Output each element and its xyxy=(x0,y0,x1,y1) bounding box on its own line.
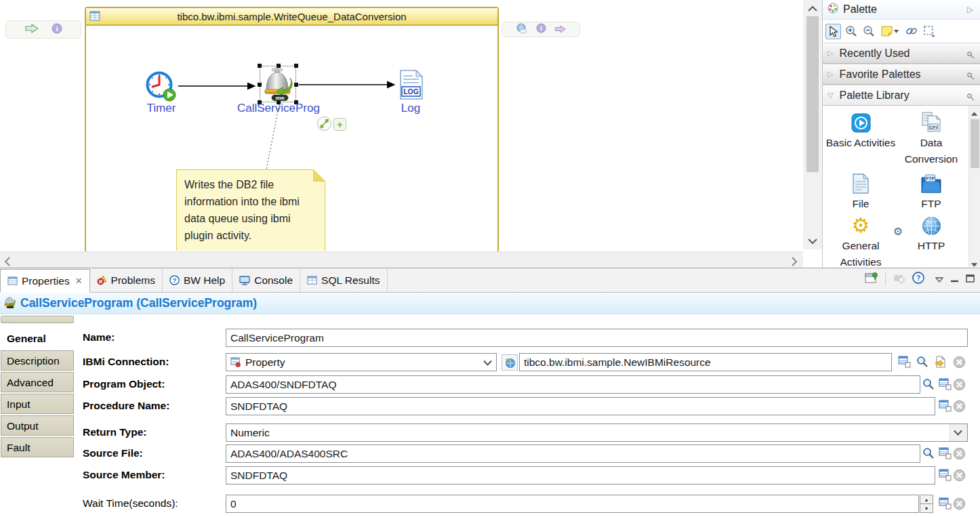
link-tool[interactable] xyxy=(903,24,919,39)
tab-problems[interactable]: Problems xyxy=(90,268,163,292)
palette-scrollbar[interactable] xyxy=(968,106,980,267)
process-frame[interactable]: tibco.bw.ibmi.sample.WriteQueue_DataConv… xyxy=(85,7,499,252)
zoom-in-tool[interactable] xyxy=(843,24,859,39)
palette-header[interactable]: Palette ▷ xyxy=(823,0,980,20)
palette-item-general-activities[interactable]: ⚙ ⚙ General Activities xyxy=(825,213,896,267)
module-property-icon[interactable] xyxy=(938,468,952,482)
chevron-down-icon[interactable] xyxy=(949,424,967,441)
clear-icon[interactable] xyxy=(952,497,966,510)
spinner-up-icon[interactable]: ▲ xyxy=(920,495,933,504)
timer-activity-label[interactable]: Timer xyxy=(140,102,182,115)
canvas-vertical-scrollbar[interactable] xyxy=(803,0,822,249)
new-shared-resource-icon[interactable] xyxy=(502,354,518,371)
scroll-down-icon[interactable] xyxy=(808,236,817,246)
side-tab-description[interactable]: Description xyxy=(1,350,74,371)
canvas-horizontal-scrollbar[interactable] xyxy=(0,251,803,268)
process-editor-canvas[interactable]: i i tibco.bw.ibmi.sample.WriteQueue_Data… xyxy=(0,0,822,268)
search-icon[interactable] xyxy=(916,355,929,369)
palette-section-recently-used[interactable]: ▷ Recently Used xyxy=(823,43,980,64)
scroll-up-icon[interactable] xyxy=(808,3,817,13)
clear-icon[interactable] xyxy=(952,377,966,391)
open-new-view-icon[interactable] xyxy=(865,272,878,287)
info-icon[interactable]: i xyxy=(536,23,546,36)
side-tab-output[interactable]: Output xyxy=(1,415,74,436)
tab-sql-results[interactable]: SQL Results xyxy=(300,268,387,292)
scroll-right-icon[interactable] xyxy=(792,257,798,268)
close-tab-icon[interactable]: ✕ xyxy=(75,276,83,286)
tab-bw-help[interactable]: ? BW Help xyxy=(163,268,232,292)
palette-item-http[interactable]: HTTP xyxy=(896,213,966,254)
module-property-icon[interactable] xyxy=(897,355,911,369)
wait-time-input[interactable] xyxy=(226,495,919,513)
scroll-left-icon[interactable] xyxy=(4,257,10,268)
side-tab-general[interactable]: General xyxy=(1,328,74,348)
log-activity-label[interactable]: Log xyxy=(390,102,432,115)
tab-properties[interactable]: Properties ✕ xyxy=(0,269,90,293)
pin-icon[interactable] xyxy=(966,91,975,104)
process-diagram[interactable]: Timer xyxy=(86,26,497,251)
clear-icon[interactable] xyxy=(952,355,966,369)
end-arrow-icon[interactable] xyxy=(554,24,567,36)
view-menu-icon[interactable] xyxy=(935,273,943,285)
search-icon[interactable] xyxy=(922,377,935,391)
view-help-icon[interactable]: ? xyxy=(912,272,924,287)
module-property-icon[interactable] xyxy=(938,447,952,460)
info-icon[interactable]: i xyxy=(52,23,62,37)
wait-time-spinner[interactable]: ▲ ▼ xyxy=(920,495,933,513)
module-property-icon[interactable] xyxy=(938,497,952,510)
clear-icon[interactable] xyxy=(952,447,966,460)
globe-cloud-icon[interactable] xyxy=(516,23,528,37)
marquee-tool[interactable] xyxy=(921,24,937,39)
side-tab-input[interactable]: Input xyxy=(1,394,74,414)
palette-item-file[interactable]: File xyxy=(825,171,896,212)
scroll-up-icon[interactable] xyxy=(971,108,978,118)
tab-console[interactable]: Console xyxy=(232,268,300,292)
name-input[interactable] xyxy=(226,329,968,347)
pin-icon[interactable] xyxy=(966,70,975,83)
palette-section-favorite-palettes[interactable]: ▷ Favorite Palettes xyxy=(823,64,980,85)
minimize-view-icon[interactable] xyxy=(950,273,959,285)
select-tool[interactable] xyxy=(825,24,841,39)
scrollbar-thumb[interactable] xyxy=(971,119,979,168)
return-type-select[interactable]: Numeric xyxy=(226,423,968,442)
ibmi-resource-input[interactable] xyxy=(519,353,892,371)
clear-icon[interactable] xyxy=(952,399,966,413)
source-member-input[interactable] xyxy=(226,466,935,484)
palette-item-basic-activities[interactable]: Basic Activities xyxy=(825,110,896,151)
saved-filters-icon[interactable] xyxy=(893,272,905,287)
collapse-palette-icon[interactable]: ▷ xyxy=(967,5,973,14)
create-transition-icon[interactable] xyxy=(317,117,331,131)
process-frame-titlebar[interactable]: tibco.bw.ibmi.sample.WriteQueue_DataConv… xyxy=(86,8,497,26)
maximize-view-icon[interactable] xyxy=(966,273,975,285)
clear-icon[interactable] xyxy=(952,468,966,482)
palette-section-palette-library[interactable]: ▽ Palette Library xyxy=(823,85,980,106)
callserviceprog-activity-label[interactable]: CallServiceProg xyxy=(237,102,319,115)
program-object-input[interactable] xyxy=(226,375,920,394)
palette-item-data-conversion[interactable]: CPY Data Conversion xyxy=(896,110,966,167)
side-tab-advanced[interactable]: Advanced xyxy=(1,372,74,392)
pick-from-file-icon[interactable] xyxy=(934,355,947,369)
pin-icon[interactable] xyxy=(966,49,975,62)
expand-triangle-icon[interactable]: ▷ xyxy=(828,49,833,58)
log-activity-icon[interactable]: LOG xyxy=(400,70,423,102)
note-tool[interactable] xyxy=(878,24,901,39)
start-arrow-icon[interactable] xyxy=(24,24,39,36)
spinner-down-icon[interactable]: ▼ xyxy=(920,504,933,513)
add-activity-icon[interactable]: + xyxy=(333,118,346,131)
scroll-down-icon[interactable] xyxy=(971,259,978,267)
callserviceprogram-activity-icon[interactable]: IBMi xyxy=(263,67,293,104)
module-property-icon[interactable] xyxy=(938,377,952,391)
procedure-name-input[interactable] xyxy=(226,397,935,415)
timer-activity-icon[interactable] xyxy=(145,70,177,105)
palette-item-ftp[interactable]: FTP FTP xyxy=(896,171,966,212)
zoom-out-tool[interactable] xyxy=(861,24,876,39)
side-tab-fault[interactable]: Fault xyxy=(1,437,74,457)
module-property-icon[interactable] xyxy=(938,399,952,413)
search-icon[interactable] xyxy=(922,447,935,460)
annotation-note[interactable]: Writes the DB2 file information into the… xyxy=(176,169,325,251)
expand-triangle-icon[interactable]: ▷ xyxy=(828,70,833,79)
collapse-triangle-icon[interactable]: ▽ xyxy=(828,91,833,100)
scrollbar-thumb[interactable] xyxy=(807,16,819,172)
ibmi-connection-combo[interactable]: Property xyxy=(226,353,497,371)
source-file-input[interactable] xyxy=(226,444,920,463)
